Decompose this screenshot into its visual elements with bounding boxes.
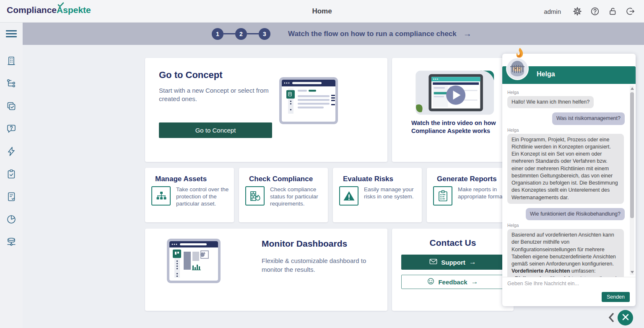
feature-title: Generate Reports [437, 175, 497, 183]
bot-message: Hallo! Wie kann ich Ihnen helfen? [507, 96, 594, 108]
evaluate-risks-card[interactable]: Evaluate Risks Easily manage your risks … [333, 168, 422, 222]
report-clipboard-icon [433, 186, 452, 206]
contact-us-card: Contact Us Support → Feedback → [392, 229, 514, 311]
chatbot-widget: Helga Helga Hallo! Wie kann ich Ihnen he… [502, 54, 636, 306]
logout-icon[interactable] [626, 7, 635, 16]
sidebar-item-structure[interactable] [6, 78, 17, 89]
hamburger-icon [6, 29, 17, 39]
chat-close-button[interactable] [618, 310, 633, 325]
browser-window-illustration [279, 77, 338, 126]
user-message: Wie funktioniert die Risikobehandlung? [526, 208, 625, 220]
go-to-concept-card: Go to Concept Start with a new Concept o… [145, 58, 387, 162]
contact-title: Contact Us [392, 238, 514, 248]
chat-message-input[interactable] [507, 281, 604, 295]
chat-message-list[interactable]: Helga Hallo! Wie kann ich Ihnen helfen? … [502, 84, 636, 277]
step-2[interactable]: 2 [235, 28, 247, 40]
concept-card-description: Start with a new Concept or select from … [159, 86, 280, 104]
feature-description: Take control over the protection of the … [176, 186, 231, 208]
intro-video-caption: Watch the intro video on how Compliance … [411, 119, 504, 135]
app-header: ComplianceAspekte Home admin [0, 0, 644, 23]
help-icon[interactable] [590, 7, 600, 16]
sidebar-item-data-sources[interactable] [6, 237, 17, 247]
feedback-label: Feedback [438, 279, 467, 286]
dashboards-description: Flexible & customizable dashboard to mon… [262, 256, 371, 274]
helga-avatar [505, 47, 532, 84]
steps-flow-arrow[interactable]: → [463, 29, 472, 39]
monitor-dashboards-card: Monitor Dashboards Flexible & customizab… [145, 229, 387, 311]
menu-toggle-button[interactable] [0, 23, 23, 45]
envelope-icon [429, 258, 437, 266]
feature-title: Manage Assets [155, 175, 207, 183]
step-3[interactable]: 3 [259, 28, 270, 40]
user-name: admin [544, 8, 561, 15]
sidebar-item-checklist[interactable] [6, 169, 17, 180]
firewall-icon [245, 186, 265, 206]
feature-title: Evaluate Risks [343, 175, 393, 183]
dashboards-title: Monitor Dashboards [262, 239, 347, 249]
sidebar-item-actions[interactable] [6, 146, 17, 157]
intro-video-card: Watch the intro video on how Compliance … [392, 58, 514, 162]
support-arrow: → [469, 258, 476, 266]
onboarding-steps-bar: 1 2 3 Watch the flow on how to run a com… [23, 23, 644, 45]
chatbot-agent-name: Helga [537, 70, 555, 78]
feedback-button[interactable]: Feedback → [401, 275, 504, 289]
step-connector [247, 33, 259, 34]
check-compliance-card[interactable]: Check Compliance Check compliance status… [239, 168, 328, 222]
sidebar-nav [0, 23, 23, 328]
chat-input-area: Senden [502, 277, 636, 306]
feedback-arrow: → [471, 278, 478, 286]
scroll-up-icon[interactable] [631, 87, 634, 90]
smiley-icon [427, 278, 434, 286]
feature-description: Check compliance status for particular r… [270, 186, 325, 208]
go-to-concept-button[interactable]: Go to Concept [159, 122, 272, 138]
steps-flow-link[interactable]: Watch the flow on how to run a complianc… [288, 30, 457, 38]
sidebar-item-requirements[interactable] [6, 101, 17, 112]
sidebar-item-statistics[interactable] [6, 214, 17, 225]
scroll-down-icon[interactable] [631, 271, 634, 273]
intro-video-thumbnail[interactable] [412, 68, 498, 119]
sidebar-item-faq[interactable] [6, 123, 17, 134]
close-icon [622, 313, 629, 322]
user-message: Was ist risikomanagement? [552, 112, 625, 125]
sidebar-item-organization[interactable] [6, 55, 17, 66]
message-sender-label: Helga [507, 128, 625, 133]
chat-scrollbar[interactable] [630, 86, 634, 275]
scrollbar-thumb[interactable] [630, 92, 634, 218]
sidebar-item-reports[interactable] [6, 191, 17, 202]
step-connector [223, 33, 235, 34]
chat-collapse-button[interactable] [607, 312, 615, 323]
step-1[interactable]: 1 [212, 28, 223, 40]
settings-gear-icon[interactable] [573, 7, 582, 16]
dashboard-illustration [167, 239, 221, 285]
manage-assets-card[interactable]: Manage Assets Take control over the prot… [145, 168, 234, 222]
concept-card-title: Go to Concept [159, 70, 223, 81]
step-indicator: 1 2 3 [212, 28, 270, 40]
feature-title: Check Compliance [249, 175, 313, 183]
support-button[interactable]: Support → [401, 255, 504, 270]
support-label: Support [441, 259, 465, 266]
warning-triangle-icon [339, 186, 358, 206]
send-button[interactable]: Senden [602, 292, 630, 302]
bot-message: Basierend auf vordefinierten Ansichten k… [507, 229, 624, 277]
message-sender-label: Helga [507, 90, 625, 95]
message-sender-label: Helga [507, 223, 625, 228]
feature-description: Easily manage your risks in one system. [364, 186, 419, 206]
bot-message: Ein Programm, Projekt, Prozess oder eine… [507, 134, 624, 204]
unlock-icon[interactable] [608, 7, 617, 16]
assets-hierarchy-icon [151, 186, 171, 206]
